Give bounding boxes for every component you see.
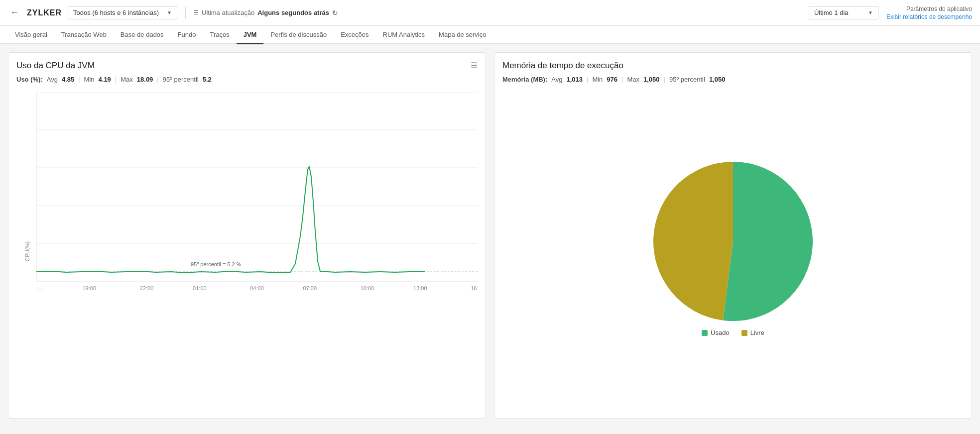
pie-container: Usado Livre xyxy=(502,88,964,410)
cpu-avg-label: Avg xyxy=(47,76,58,83)
cpu-min-val: 4.19 xyxy=(99,76,111,83)
back-button[interactable]: ← xyxy=(8,5,21,20)
nav-tracos[interactable]: Traços xyxy=(203,26,236,44)
svg-text:01:00: 01:00 xyxy=(193,285,207,291)
cpu-panel: Uso da CPU da JVM ☰ Uso (%): Avg 4.85 | … xyxy=(8,52,486,419)
host-selector-text: Todos (6 hosts e 6 instâncias) xyxy=(73,9,163,16)
app-name: ZYLKER xyxy=(27,8,62,17)
memory-max-val: 1,050 xyxy=(643,76,660,83)
free-color-dot xyxy=(741,330,747,336)
cpu-min-label: Min xyxy=(84,76,95,83)
memory-stats-row: Memória (MB): Avg 1,013 | Min 976 | Max … xyxy=(502,76,964,83)
chevron-down-icon: ▼ xyxy=(167,10,172,15)
menu-lines-icon: ☰ xyxy=(194,9,199,16)
time-range-text: Último 1 dia xyxy=(814,9,864,16)
nav-excecoes[interactable]: Exceções xyxy=(334,26,375,44)
nav-perfis-discussao[interactable]: Perfis de discussão xyxy=(263,26,334,44)
memory-panel-title: Memória de tempo de execução xyxy=(502,61,623,71)
svg-text:10:00: 10:00 xyxy=(361,285,374,291)
cpu-avg-val: 4.85 xyxy=(62,76,74,83)
time-range-selector[interactable]: Último 1 dia ▼ xyxy=(809,6,878,19)
divider xyxy=(185,7,186,19)
svg-text:07:00: 07:00 xyxy=(303,285,317,291)
cpu-panel-header: Uso da CPU da JVM ☰ xyxy=(16,61,478,71)
cpu-stat-label: Uso (%): xyxy=(16,76,43,83)
chevron-down-icon: ▼ xyxy=(868,10,873,15)
memory-max-label: Max xyxy=(627,76,639,83)
cpu-stats-row: Uso (%): Avg 4.85 | Min 4.19 | Max 18.09… xyxy=(16,76,478,83)
memory-percentil-label: 95º percentil xyxy=(669,76,705,83)
nav-base-dados[interactable]: Base de dados xyxy=(114,26,171,44)
used-color-dot xyxy=(702,330,708,336)
cpu-percentil-label: 95º percentil xyxy=(163,76,199,83)
cpu-panel-title: Uso da CPU da JVM xyxy=(16,61,95,71)
memory-avg-label: Avg xyxy=(551,76,562,83)
param-links: Parâmetros do aplicativo Exibir relatóri… xyxy=(886,5,972,20)
cpu-line xyxy=(36,167,425,273)
header: ← ZYLKER Todos (6 hosts e 6 instâncias) … xyxy=(0,0,980,26)
memory-min-label: Min xyxy=(592,76,603,83)
svg-text:22:00: 22:00 xyxy=(140,285,154,291)
memory-avg-val: 1,013 xyxy=(566,76,583,83)
legend-free: Livre xyxy=(741,329,764,336)
cpu-percentil-val: 5.2 xyxy=(203,76,212,83)
svg-text:16:...: 16:... xyxy=(36,285,42,291)
perf-reports-link[interactable]: Exibir relatórios de desempenho xyxy=(886,13,972,20)
legend-free-label: Livre xyxy=(750,329,764,336)
refresh-icon[interactable]: ↻ xyxy=(332,9,338,17)
update-time: Alguns segundos atrás xyxy=(257,9,329,16)
memory-pie-chart xyxy=(653,162,813,321)
param-label: Parâmetros do aplicativo xyxy=(906,5,972,12)
host-selector[interactable]: Todos (6 hosts e 6 instâncias) ▼ xyxy=(68,6,177,19)
update-prefix: Ultima atualização xyxy=(202,9,254,16)
update-info: ☰ Ultima atualização Alguns segundos atr… xyxy=(194,9,803,17)
svg-text:19:00: 19:00 xyxy=(83,285,97,291)
nav-transacao-web[interactable]: Transação Web xyxy=(54,26,114,44)
memory-stat-label: Memória (MB): xyxy=(502,76,547,83)
nav-mapa-servico[interactable]: Mapa de serviço xyxy=(432,26,493,44)
nav-visao-geral[interactable]: Visão geral xyxy=(8,26,54,44)
legend-used: Usado xyxy=(702,329,730,336)
svg-text:13:00: 13:00 xyxy=(413,285,427,291)
nav-rum-analytics[interactable]: RUM Analytics xyxy=(376,26,432,44)
nav-jvm[interactable]: JVM xyxy=(237,26,264,44)
cpu-chart: 100 80 60 40 20 95º percentil = 5.2 % 16 xyxy=(36,92,478,301)
memory-panel: Memória de tempo de execução Memória (MB… xyxy=(494,52,972,419)
memory-min-val: 976 xyxy=(607,76,617,83)
header-right: Último 1 dia ▼ Parâmetros do aplicativo … xyxy=(809,5,972,20)
memory-percentil-val: 1,050 xyxy=(709,76,726,83)
main-content: Uso da CPU da JVM ☰ Uso (%): Avg 4.85 | … xyxy=(0,44,980,427)
memory-panel-header: Memória de tempo de execução xyxy=(502,61,964,71)
percentile-annotation: 95º percentil = 5.2 % xyxy=(191,261,242,267)
svg-text:16:00: 16:00 xyxy=(471,285,478,291)
y-axis-label: CPU(%) xyxy=(24,241,30,261)
cpu-max-val: 18.09 xyxy=(137,76,153,83)
svg-text:04:00: 04:00 xyxy=(250,285,264,291)
nav-fundo[interactable]: Fundo xyxy=(171,26,203,44)
pie-legend: Usado Livre xyxy=(702,329,764,336)
legend-used-label: Usado xyxy=(711,329,730,336)
menu-icon[interactable]: ☰ xyxy=(471,61,478,70)
cpu-max-label: Max xyxy=(121,76,133,83)
nav-bar: Visão geral Transação Web Base de dados … xyxy=(0,26,980,44)
